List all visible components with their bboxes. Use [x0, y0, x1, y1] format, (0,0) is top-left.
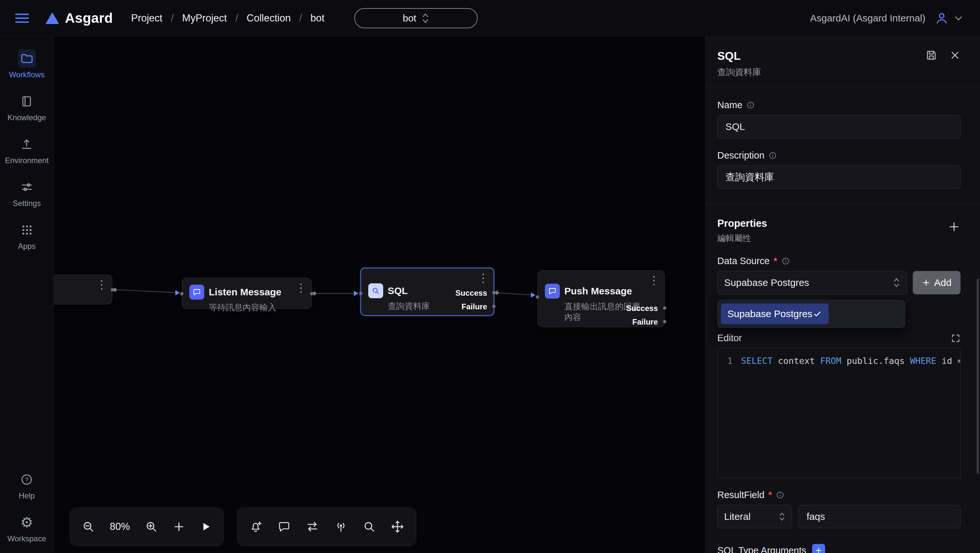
name-label-row: Name: [717, 100, 961, 110]
zoom-out-button[interactable]: [82, 520, 95, 533]
node-push-message[interactable]: Push Message 直接輸出訊息的回應內容 ⋮ Success Failu…: [538, 270, 665, 327]
sql-type-arguments-row: SQL Type Arguments: [717, 544, 961, 553]
apps-grid-icon: [18, 221, 36, 239]
result-field-type-select[interactable]: Literal: [717, 505, 792, 528]
line-number: 1: [718, 355, 741, 367]
sidebar-item-workflows[interactable]: Workflows: [9, 49, 45, 79]
failure-handle[interactable]: [663, 320, 666, 323]
info-icon[interactable]: [768, 151, 777, 160]
add-sql-type-argument-button[interactable]: [812, 544, 825, 553]
add-property-button[interactable]: [948, 220, 961, 233]
tools-toolbar: [237, 507, 416, 546]
sql-editor[interactable]: 1 SELECT context FROM public.faqs WHERE …: [717, 348, 961, 478]
failure-handle[interactable]: [492, 305, 496, 308]
input-handle[interactable]: [536, 295, 539, 299]
editor-label: Editor: [717, 333, 742, 343]
logo: Asgard: [45, 10, 113, 26]
result-field-label-row: ResultField *: [717, 490, 961, 500]
info-icon[interactable]: [746, 101, 755, 110]
info-icon[interactable]: [781, 257, 790, 265]
plus-icon: [922, 279, 930, 287]
broadcast-button[interactable]: [334, 520, 348, 534]
panel-body: Name Description: [706, 100, 980, 189]
failure-port[interactable]: Failure: [461, 302, 487, 311]
dropdown-option-supabase-postgres[interactable]: Supabase Postgres: [721, 303, 829, 324]
breadcrumb-myproject[interactable]: MyProject: [182, 12, 227, 24]
move-icon: [391, 520, 404, 534]
close-icon: [950, 50, 961, 61]
data-source-label-row: Data Source *: [717, 256, 961, 266]
required-asterisk: *: [773, 256, 777, 266]
description-input[interactable]: [717, 166, 961, 189]
node-menu-button[interactable]: ⋮: [96, 279, 108, 290]
panel-scrollbar[interactable]: [977, 279, 979, 474]
add-node-button[interactable]: [173, 521, 185, 533]
sidebar: Workflows Knowledge Environment Settings: [0, 37, 54, 553]
account-label: AsgardAI (Asgard Internal): [810, 13, 926, 24]
output-handle[interactable]: [111, 288, 114, 292]
output-handle[interactable]: [310, 292, 313, 295]
save-button[interactable]: [926, 49, 937, 61]
editor-header: Editor: [717, 333, 961, 343]
search-button[interactable]: [363, 520, 376, 533]
sidebar-item-label: Settings: [13, 199, 41, 208]
swap-arrows-button[interactable]: [305, 520, 319, 534]
plus-icon: [948, 220, 961, 233]
node-subtitle: 等待訊息內容輸入: [209, 302, 304, 313]
hamburger-menu-button[interactable]: [15, 13, 29, 24]
node-menu-button[interactable]: ⋮: [477, 272, 489, 284]
sidebar-item-label: Workspace: [8, 534, 46, 543]
code-content: SELECT context FROM public.faqs WHERE id…: [741, 355, 961, 367]
workflow-select[interactable]: bot: [354, 8, 478, 28]
node-partial[interactable]: ⋮: [54, 274, 112, 304]
close-button[interactable]: [950, 50, 961, 61]
success-handle[interactable]: [663, 306, 666, 310]
notification-add-button[interactable]: [249, 520, 263, 534]
user-menu-button[interactable]: [935, 11, 963, 25]
sidebar-item-environment[interactable]: Environment: [5, 135, 49, 165]
node-listen-message[interactable]: Listen Message 等待訊息內容輸入 ⋮: [182, 278, 312, 309]
sidebar-item-help[interactable]: ? Help: [18, 470, 36, 500]
zoom-in-button[interactable]: [145, 520, 158, 533]
sql-type-arguments-label: SQL Type Arguments: [717, 545, 806, 553]
node-menu-button[interactable]: ⋮: [295, 282, 307, 294]
input-handle[interactable]: [180, 292, 183, 295]
node-sql[interactable]: SQL 查詢資料庫 ⋮ Success Failure: [360, 268, 494, 316]
brand-name: Asgard: [65, 10, 113, 26]
breadcrumb-collection[interactable]: Collection: [247, 12, 291, 24]
add-data-source-button[interactable]: Add: [913, 271, 961, 294]
folder-icon: [18, 49, 36, 68]
name-input[interactable]: [717, 115, 961, 139]
run-button[interactable]: [200, 521, 212, 532]
failure-port[interactable]: Failure: [632, 317, 658, 327]
sidebar-item-settings[interactable]: Settings: [13, 178, 41, 208]
main-area: Workflows Knowledge Environment Settings: [0, 37, 980, 553]
success-port[interactable]: Success: [626, 304, 658, 313]
zoom-out-icon: [82, 520, 95, 533]
success-port[interactable]: Success: [456, 288, 487, 298]
node-title: Listen Message: [209, 287, 281, 298]
breadcrumb-project[interactable]: Project: [131, 12, 162, 24]
sidebar-item-apps[interactable]: Apps: [18, 221, 36, 251]
expand-editor-button[interactable]: [951, 333, 961, 343]
workflow-canvas[interactable]: ⋮ Listen Message 等待訊息內容輸入 ⋮: [54, 37, 705, 553]
data-source-select[interactable]: Supabase Postgres: [717, 271, 907, 294]
result-field-input[interactable]: [799, 505, 961, 528]
sidebar-item-knowledge[interactable]: Knowledge: [8, 92, 46, 122]
comment-button[interactable]: [278, 520, 291, 533]
swap-arrows-icon: [305, 520, 319, 534]
zoom-toolbar: 80%: [70, 507, 224, 546]
input-handle[interactable]: [359, 292, 363, 295]
info-icon[interactable]: [776, 491, 784, 499]
move-button[interactable]: [391, 520, 404, 534]
topbar: Asgard Project / MyProject / Collection …: [0, 0, 980, 37]
node-menu-button[interactable]: ⋮: [648, 274, 660, 286]
breadcrumb: Project / MyProject / Collection / bot: [131, 12, 325, 24]
data-source-label: Data Source: [717, 256, 770, 266]
success-handle[interactable]: [492, 291, 496, 294]
breadcrumb-bot[interactable]: bot: [310, 12, 325, 24]
sidebar-item-workspace[interactable]: ⚙ Workspace: [8, 513, 46, 543]
divider: [706, 88, 980, 88]
chat-icon: [545, 284, 560, 299]
sidebar-item-label: Environment: [5, 156, 49, 165]
